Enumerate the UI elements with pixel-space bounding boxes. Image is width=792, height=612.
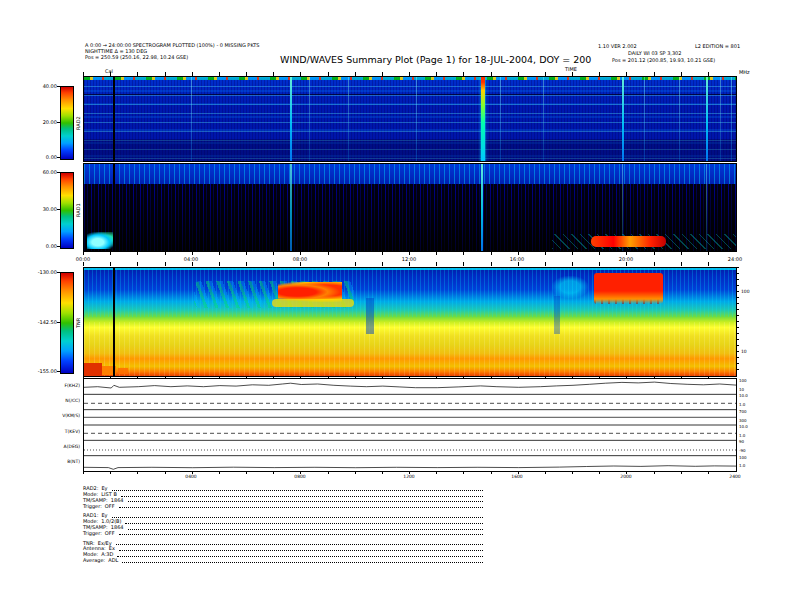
tnr-lower-texture <box>84 322 736 376</box>
strip-rt: 700 <box>739 410 761 415</box>
radio-burst-streak <box>706 77 708 161</box>
tick-mark <box>57 122 60 123</box>
tnr-colorbar <box>60 272 74 374</box>
radio-burst-streak <box>481 164 483 251</box>
wind-waves-summary-page: A 0:00 → 24:00:00 SPECTROGRAM PLOTTED (1… <box>0 0 792 612</box>
tick-mark <box>57 86 60 87</box>
mhz-unit-label: MHz <box>739 69 750 75</box>
tnr-panel-label: TNR <box>75 303 81 343</box>
cal-marker-line <box>113 77 115 161</box>
dotted-leader <box>119 534 483 535</box>
dotted-leader <box>128 501 484 502</box>
tick-mark <box>57 371 60 372</box>
radio-burst-streak <box>348 77 349 161</box>
rad1-cbar-tick-top: 60.00 <box>30 169 57 175</box>
tick-mark <box>57 322 60 323</box>
dotted-leader <box>122 562 483 563</box>
radio-burst-streak <box>290 164 292 251</box>
strip-rt: 90 <box>739 440 761 445</box>
radio-burst-streak <box>720 77 721 161</box>
tnr-cbar-tick-top: -130.00 <box>25 269 57 275</box>
cal-marker-line <box>113 268 115 376</box>
page-title: WIND/WAVES Summary Plot (Page 1) for 18-… <box>280 54 591 65</box>
strip-label-fkhz: F(KHZ) <box>36 383 80 388</box>
strip-rt: 100 <box>739 379 761 384</box>
radio-burst-streak <box>731 77 732 161</box>
rad2-cbar-tick-top: 40.00 <box>30 83 57 89</box>
strip-time-2000: 2000 <box>616 474 636 479</box>
rad2-rfi-band <box>84 77 736 80</box>
meta-version: 1.10 VER 2.002 <box>598 43 637 49</box>
dotted-leader <box>121 496 483 497</box>
legend-value: OFF <box>105 531 115 537</box>
meta-product: DAILY WI 03 SP 3,302 <box>628 50 681 56</box>
tnr-top-channel-line <box>84 268 736 270</box>
cal-marker-line <box>113 164 115 251</box>
dotted-leader <box>112 490 483 491</box>
rad2-lower-shade <box>84 139 736 161</box>
strip-time-2400: 2400 <box>725 474 745 479</box>
rad1-upper-band <box>84 164 736 184</box>
strip-chart-canvas <box>84 379 736 471</box>
dotted-leader <box>116 544 483 545</box>
strip-rb: 1.0 <box>739 403 761 408</box>
radio-burst-streak <box>290 77 292 161</box>
radio-burst-streak <box>543 77 544 161</box>
dotted-leader <box>125 523 483 524</box>
dotted-leader <box>119 507 483 508</box>
tick-mark <box>57 157 60 158</box>
tick-mark <box>57 209 60 210</box>
radio-burst-streak <box>644 77 645 161</box>
legend-row: Trigger:OFF <box>83 531 483 537</box>
legend-label: Average: <box>83 558 105 564</box>
strip-rb: 1.0 <box>739 464 761 469</box>
legend-row: Average:ADL <box>83 558 483 564</box>
tnr-top-tick-comb <box>83 262 735 266</box>
strip-label-ncc: N(/CC) <box>36 398 80 403</box>
intense-type-iii-burst-streak <box>481 77 485 161</box>
strip-time-1200: 1200 <box>399 474 419 479</box>
legend-label: Trigger: <box>83 504 102 510</box>
tnr-freq-tick-100: 100 <box>741 289 750 294</box>
strip-time-0800: 0800 <box>290 474 310 479</box>
tnr-red-enhancement-evening <box>594 273 663 304</box>
rad2-colorbar <box>60 86 74 160</box>
strip-time-1600: 1600 <box>507 474 527 479</box>
rad1-bottom-tick-comb <box>83 251 735 255</box>
rad2-panel-label: RAD2 <box>75 103 81 143</box>
strip-time-0400: 0400 <box>181 474 201 479</box>
meta-position: Pos = 201.12 (200.85, 19.93, 10.21 GSE) <box>612 57 715 63</box>
legend-label: Trigger: <box>83 531 102 537</box>
dotted-leader <box>112 517 483 518</box>
tick-mark <box>57 246 60 247</box>
rad1-intense-emission-patch <box>591 236 666 247</box>
tnr-yellow-fringe <box>272 299 354 307</box>
tnr-right-tick-comb <box>736 267 739 375</box>
legend-value: OFF <box>105 504 115 510</box>
rad2-cbar-tick-mid: 20.00 <box>30 119 57 125</box>
strip-rb: -90 <box>739 449 761 454</box>
rad2-band-boundary <box>84 94 736 95</box>
radio-burst-streak <box>679 77 680 161</box>
strip-rb: 300 <box>739 419 761 424</box>
rad1-panel-label: RAD1 <box>75 190 81 230</box>
radio-burst-streak <box>309 77 310 161</box>
strip-label-tkev: T(KEV) <box>36 429 80 434</box>
tick-mark <box>57 272 60 273</box>
strip-series-b-nt- <box>84 466 736 470</box>
strip-series-f-khz- <box>84 382 736 388</box>
strip-rb: 10 <box>739 388 761 393</box>
rad1-spectrogram <box>83 163 737 252</box>
strip-label-bnt: B(NT) <box>36 459 80 464</box>
strip-rt: 100 <box>739 456 761 461</box>
radio-burst-streak <box>191 77 192 161</box>
tnr-cbar-tick-mid: -142.50 <box>25 319 57 325</box>
tnr-freq-tick-10: 10 <box>741 349 747 354</box>
radio-burst-streak <box>500 77 501 161</box>
rad1-cyan-emission-patch <box>87 232 114 249</box>
tnr-cbar-tick-bot: -155.00 <box>25 368 57 374</box>
strip-label-adeg: A(DEG) <box>36 444 80 449</box>
tnr-bottom-left-orange-block <box>118 368 128 374</box>
strip-rb: 1.0 <box>739 434 761 439</box>
rad1-colorbar <box>60 172 74 249</box>
